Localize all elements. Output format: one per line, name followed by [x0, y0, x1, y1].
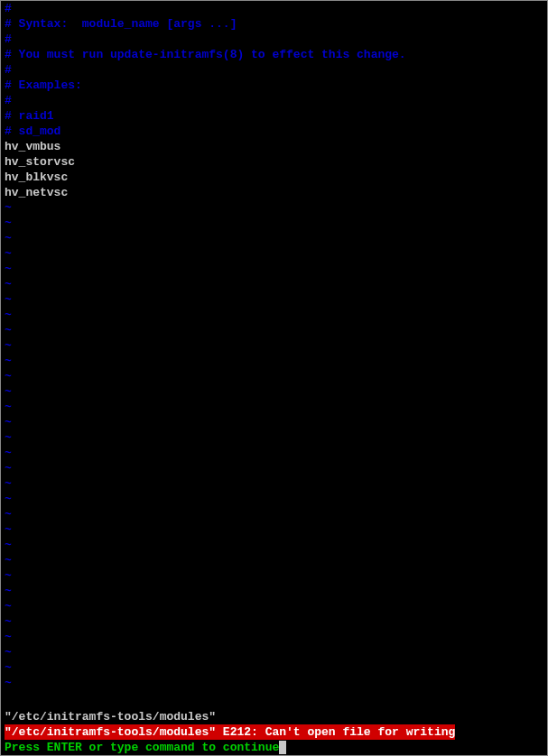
status-error-line: "/etc/initramfs-tools/modules" E212: Can…: [5, 724, 455, 740]
comment-line: # raid1: [5, 108, 543, 124]
content-line: hv_blkvsc: [5, 170, 543, 185]
comment-line: # Syntax: module_name [args ...]: [5, 16, 543, 32]
comment-line: #: [5, 62, 543, 78]
empty-line-tilde: ~: [5, 292, 543, 308]
empty-line-tilde: ~: [5, 430, 543, 446]
empty-line-tilde: ~: [5, 538, 543, 553]
comment-line: #: [5, 93, 543, 108]
buffer-content: ## Syntax: module_name [args ...]## You …: [5, 1, 543, 691]
comment-line: # Examples:: [5, 78, 543, 93]
empty-line-tilde: ~: [5, 354, 543, 369]
empty-line-tilde: ~: [5, 216, 543, 231]
empty-line-tilde: ~: [5, 660, 543, 676]
empty-line-tilde: ~: [5, 553, 543, 568]
cursor: [279, 741, 286, 754]
empty-line-tilde: ~: [5, 614, 543, 630]
empty-line-tilde: ~: [5, 599, 543, 614]
empty-line-tilde: ~: [5, 338, 543, 354]
empty-line-tilde: ~: [5, 415, 543, 430]
vim-editor[interactable]: ## Syntax: module_name [args ...]## You …: [1, 1, 547, 755]
empty-line-tilde: ~: [5, 231, 543, 246]
comment-line: # You must run update-initramfs(8) to ef…: [5, 47, 543, 62]
empty-line-tilde: ~: [5, 676, 543, 691]
content-line: hv_storvsc: [5, 154, 543, 170]
content-line: hv_vmbus: [5, 139, 543, 154]
empty-line-tilde: ~: [5, 308, 543, 323]
comment-line: # sd_mod: [5, 124, 543, 139]
empty-line-tilde: ~: [5, 568, 543, 584]
comment-line: #: [5, 1, 543, 16]
empty-line-tilde: ~: [5, 492, 543, 507]
empty-line-tilde: ~: [5, 476, 543, 492]
empty-line-tilde: ~: [5, 400, 543, 415]
empty-line-tilde: ~: [5, 522, 543, 538]
empty-line-tilde: ~: [5, 630, 543, 645]
empty-line-tilde: ~: [5, 461, 543, 476]
empty-line-tilde: ~: [5, 277, 543, 292]
empty-line-tilde: ~: [5, 200, 543, 216]
empty-line-tilde: ~: [5, 645, 543, 660]
empty-line-tilde: ~: [5, 384, 543, 400]
empty-line-tilde: ~: [5, 584, 543, 599]
status-prompt-text: Press ENTER or type command to continue: [5, 741, 279, 754]
empty-line-tilde: ~: [5, 262, 543, 277]
empty-line-tilde: ~: [5, 507, 543, 522]
status-file-line: "/etc/initramfs-tools/modules": [5, 709, 543, 724]
empty-line-tilde: ~: [5, 446, 543, 461]
status-area: "/etc/initramfs-tools/modules" "/etc/ini…: [1, 709, 547, 755]
status-prompt-line[interactable]: Press ENTER or type command to continue: [5, 740, 543, 755]
empty-line-tilde: ~: [5, 369, 543, 384]
content-line: hv_netvsc: [5, 185, 543, 200]
empty-line-tilde: ~: [5, 323, 543, 338]
empty-line-tilde: ~: [5, 246, 543, 262]
comment-line: #: [5, 32, 543, 47]
